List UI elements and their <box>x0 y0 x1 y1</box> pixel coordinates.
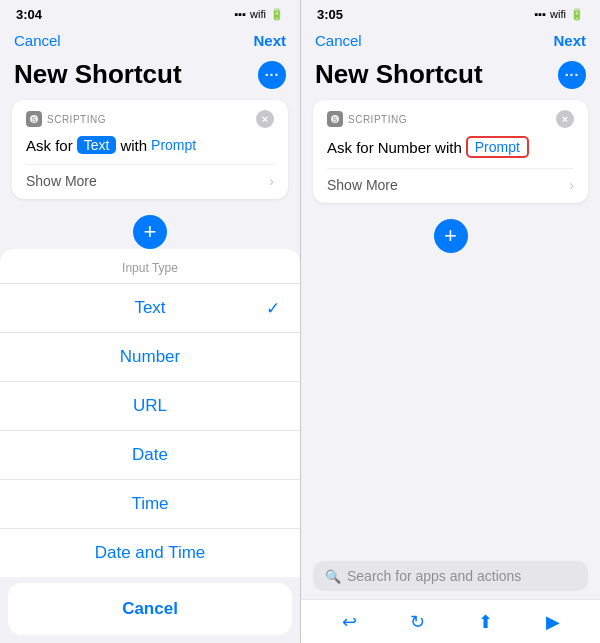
left-add-button[interactable]: + <box>133 215 167 249</box>
right-card-header: S SCRIPTING × <box>327 110 574 128</box>
close-icon: × <box>262 113 268 125</box>
signal-icon: ▪▪▪ <box>234 8 246 20</box>
right-search-placeholder: Search for apps and actions <box>347 568 521 584</box>
right-scripting-icon: S <box>327 111 343 127</box>
left-more-button[interactable]: ··· <box>258 61 286 89</box>
right-add-icon: + <box>444 225 457 247</box>
dropdown-item-date[interactable]: Date <box>0 431 300 480</box>
right-bottom-toolbar: ↩ ↻ ⬆ ▶ <box>301 599 600 643</box>
right-page-title: New Shortcut <box>315 59 483 90</box>
left-title-row: New Shortcut ··· <box>0 57 300 100</box>
right-more-dots-icon: ··· <box>565 67 580 83</box>
with-text: with <box>120 137 147 154</box>
dropdown-item-text[interactable]: Text ✓ <box>0 284 300 333</box>
left-dropdown-title: Input Type <box>0 249 300 283</box>
left-card-content: Ask for Text with Prompt <box>26 136 274 154</box>
toolbar-history-icon[interactable]: ↩ <box>342 611 357 633</box>
right-cancel-button[interactable]: Cancel <box>315 32 362 49</box>
left-prompt-tag[interactable]: Prompt <box>151 137 196 153</box>
right-add-button[interactable]: + <box>434 219 468 253</box>
right-card-close-button[interactable]: × <box>556 110 574 128</box>
left-card-close-button[interactable]: × <box>256 110 274 128</box>
right-status-bar: 3:05 ▪▪▪ wifi 🔋 <box>301 0 600 28</box>
left-cancel-button[interactable]: Cancel <box>14 32 61 49</box>
left-chevron-icon: › <box>269 173 274 189</box>
left-show-more-row[interactable]: Show More › <box>26 164 274 189</box>
right-with-text: with <box>435 139 462 156</box>
left-status-time: 3:04 <box>16 7 42 22</box>
svg-text:S: S <box>31 116 36 123</box>
right-search-input-row[interactable]: 🔍 Search for apps and actions <box>313 561 588 591</box>
checkmark-icon: ✓ <box>266 298 280 319</box>
dropdown-cancel-button[interactable]: Cancel <box>8 583 292 635</box>
scripting-icon: S <box>26 111 42 127</box>
left-scripting-label: S SCRIPTING <box>26 111 106 127</box>
left-panel: 3:04 ▪▪▪ wifi 🔋 Cancel Next New Shortcut… <box>0 0 300 643</box>
left-nav-bar: Cancel Next <box>0 28 300 57</box>
right-close-icon: × <box>562 113 568 125</box>
right-chevron-icon: › <box>569 177 574 193</box>
right-card-content: Ask for Number with Prompt <box>327 136 574 158</box>
right-number-tag[interactable]: Number <box>378 139 431 156</box>
right-nav-bar: Cancel Next <box>301 28 600 57</box>
left-dropdown-menu: Input Type Text ✓ Number URL Date Time D… <box>0 249 300 577</box>
dropdown-item-number[interactable]: Number <box>0 333 300 382</box>
right-panel-main: 🔍 Search for apps and actions ↩ ↻ ⬆ ▶ <box>301 269 600 643</box>
dropdown-cancel-section: Cancel <box>8 583 292 635</box>
toolbar-refresh-icon[interactable]: ↻ <box>410 611 425 633</box>
battery-icon: 🔋 <box>270 8 284 21</box>
right-status-time: 3:05 <box>317 7 343 22</box>
ask-for-text: Ask for <box>26 137 73 154</box>
dropdown-item-time[interactable]: Time <box>0 480 300 529</box>
left-text-tag[interactable]: Text <box>77 136 117 154</box>
toolbar-share-icon[interactable]: ⬆ <box>478 611 493 633</box>
right-panel: 3:05 ▪▪▪ wifi 🔋 Cancel Next New Shortcut… <box>300 0 600 643</box>
add-icon: + <box>144 221 157 243</box>
left-shortcut-card: S SCRIPTING × Ask for Text with Prompt S… <box>12 100 288 199</box>
right-wifi-icon: wifi <box>550 8 566 20</box>
right-next-button[interactable]: Next <box>553 32 586 49</box>
left-show-more-text: Show More <box>26 173 97 189</box>
left-status-icons: ▪▪▪ wifi 🔋 <box>234 8 284 21</box>
right-shortcut-card: S SCRIPTING × Ask for Number with Prompt… <box>313 100 588 203</box>
right-scripting-label: S SCRIPTING <box>327 111 407 127</box>
right-signal-icon: ▪▪▪ <box>534 8 546 20</box>
toolbar-send-icon[interactable]: ▶ <box>546 611 560 633</box>
left-dropdown-overlay: Input Type Text ✓ Number URL Date Time D… <box>0 249 300 643</box>
svg-text:S: S <box>332 116 337 123</box>
right-show-more-text: Show More <box>327 177 398 193</box>
right-battery-icon: 🔋 <box>570 8 584 21</box>
wifi-icon: wifi <box>250 8 266 20</box>
right-search-bar: 🔍 Search for apps and actions <box>301 553 600 599</box>
right-ask-for-text: Ask for <box>327 139 374 156</box>
right-status-icons: ▪▪▪ wifi 🔋 <box>534 8 584 21</box>
dropdown-item-datetime[interactable]: Date and Time <box>0 529 300 577</box>
left-page-title: New Shortcut <box>14 59 182 90</box>
right-search-icon: 🔍 <box>325 569 341 584</box>
right-add-btn-row: + <box>301 203 600 269</box>
left-status-bar: 3:04 ▪▪▪ wifi 🔋 <box>0 0 300 28</box>
right-prompt-tag[interactable]: Prompt <box>466 136 529 158</box>
right-title-row: New Shortcut ··· <box>301 57 600 100</box>
left-next-button[interactable]: Next <box>253 32 286 49</box>
left-card-header: S SCRIPTING × <box>26 110 274 128</box>
more-dots-icon: ··· <box>265 67 280 83</box>
dropdown-item-url[interactable]: URL <box>0 382 300 431</box>
right-more-button[interactable]: ··· <box>558 61 586 89</box>
right-show-more-row[interactable]: Show More › <box>327 168 574 193</box>
